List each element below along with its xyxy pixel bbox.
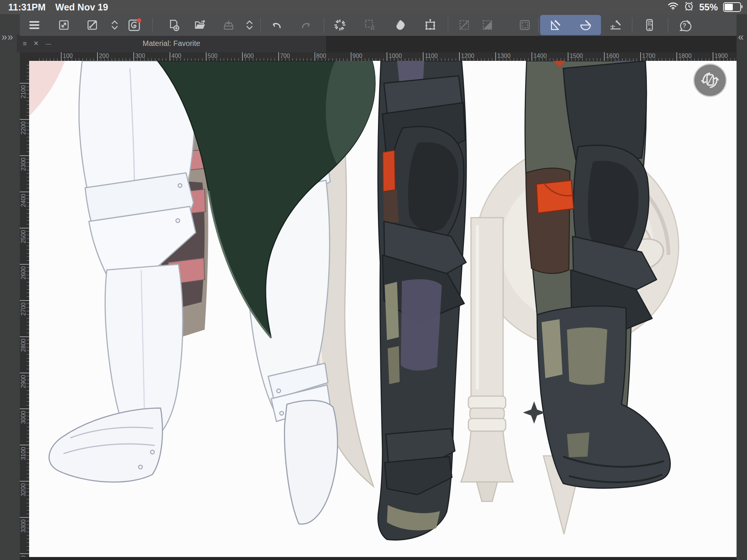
- alarm-icon: [684, 1, 694, 13]
- status-date: Wed Nov 19: [55, 2, 108, 13]
- horizontal-ruler[interactable]: 1002003004005006007008009001000110012001…: [20, 52, 737, 61]
- material-panel-menu-icon[interactable]: ≡: [23, 40, 27, 47]
- overflow-left-chevrons[interactable]: »»: [1, 31, 13, 43]
- art-olive-stripe: [385, 282, 399, 340]
- status-bar: 11:31PM Wed Nov 19 55%: [0, 0, 747, 14]
- main-toolbar: ?: [20, 14, 737, 36]
- snap-to-special-ruler-icon[interactable]: [571, 15, 601, 35]
- ruler-corner: [20, 52, 29, 61]
- fill-bucket-icon[interactable]: [388, 15, 413, 35]
- wifi-icon: [667, 1, 679, 13]
- redo-icon[interactable]: [294, 15, 319, 35]
- companion-mode-icon[interactable]: [637, 15, 662, 35]
- battery-icon: [723, 2, 741, 12]
- spray-effect-icon[interactable]: [327, 15, 353, 35]
- app-screen: 11:31PM Wed Nov 19 55% »» «: [0, 0, 747, 560]
- drawing-canvas[interactable]: [29, 61, 737, 557]
- material-panel-header[interactable]: ≡ ✕ — Material: Favorite: [17, 35, 326, 52]
- bottom-edge-strip: [20, 557, 737, 560]
- rotate-canvas-button[interactable]: [693, 63, 727, 97]
- invert-selection-icon[interactable]: [475, 15, 500, 35]
- battery-percent: 55%: [699, 2, 718, 13]
- overflow-right-chevron[interactable]: «: [738, 31, 744, 43]
- notification-badge: [137, 18, 142, 23]
- snap-active-group: [540, 15, 601, 35]
- selection-launcher-icon[interactable]: [357, 15, 382, 35]
- help-icon[interactable]: ?: [672, 15, 697, 35]
- art-red-strap: [536, 180, 574, 213]
- clip-studio-home-icon[interactable]: [122, 15, 147, 35]
- material-panel-close-icon[interactable]: ✕: [34, 40, 39, 47]
- open-file-icon[interactable]: [187, 15, 213, 35]
- material-panel-minimize-icon[interactable]: —: [46, 41, 51, 46]
- fit-to-screen-icon[interactable]: [51, 15, 77, 35]
- svg-text:?: ?: [682, 22, 686, 29]
- main-menu-button[interactable]: [22, 15, 47, 35]
- left-edge-column: »»: [0, 14, 20, 560]
- canvas-artwork: [29, 61, 737, 557]
- right-edge-column: «: [737, 14, 747, 560]
- deselect-icon[interactable]: [452, 15, 477, 35]
- selection-border-icon[interactable]: [512, 15, 537, 35]
- art-white-sabaton-right: [285, 401, 338, 524]
- open-in-app-icon[interactable]: [80, 15, 105, 35]
- vertical-ruler[interactable]: 2100220023002400250026002700280029003000…: [20, 61, 29, 557]
- transform-icon[interactable]: [418, 15, 443, 35]
- art-pink-corner: [29, 61, 65, 116]
- material-panel-title: Material: Favorite: [17, 39, 326, 48]
- collapse-arrows-icon-2[interactable]: [237, 15, 262, 35]
- snap-to-ruler-icon[interactable]: [540, 15, 571, 35]
- status-time: 11:31PM: [8, 2, 46, 13]
- new-canvas-icon[interactable]: [161, 15, 186, 35]
- undo-icon[interactable]: [264, 15, 289, 35]
- snap-to-grid-icon[interactable]: [603, 15, 628, 35]
